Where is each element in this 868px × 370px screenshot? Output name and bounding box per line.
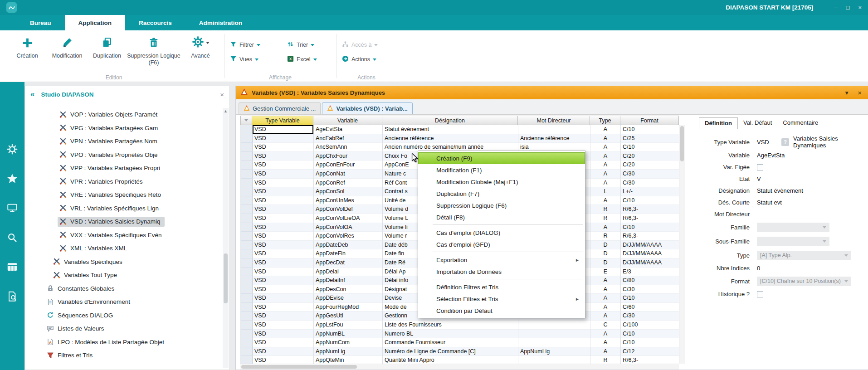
- row-selector-cell[interactable]: [241, 152, 253, 161]
- tree-scrollbar-thumb[interactable]: [224, 253, 228, 303]
- row-selector-cell[interactable]: [241, 249, 253, 258]
- checkbox[interactable]: [757, 164, 763, 170]
- context-menu-item[interactable]: Suppression Logique (F6): [418, 200, 585, 211]
- acces-a-button[interactable]: Accès à: [340, 40, 393, 50]
- row-selector-cell[interactable]: [241, 196, 253, 205]
- menu-tab[interactable]: Bureau: [16, 15, 65, 30]
- window-close-icon[interactable]: ×: [858, 89, 862, 97]
- side-strip-icon-button[interactable]: [6, 290, 19, 303]
- side-strip-icon-button[interactable]: [6, 261, 19, 273]
- row-selector-cell[interactable]: [241, 223, 253, 232]
- table-row[interactable]: VSD AppNumLig Numéro de Ligne de Command…: [241, 347, 679, 356]
- side-strip-icon-button[interactable]: [6, 202, 19, 214]
- document-tab[interactable]: Variables (VSD) : Variab...: [322, 102, 413, 114]
- tree-item[interactable]: A Variables d'Environnement: [25, 295, 221, 309]
- minimize-button[interactable]: –: [834, 5, 837, 10]
- duplication-button[interactable]: Duplication: [87, 32, 127, 73]
- column-header[interactable]: Mot Directeur: [518, 116, 590, 125]
- dropdown-field[interactable]: [757, 223, 829, 232]
- column-header[interactable]: Type Variable: [252, 116, 313, 125]
- table-row[interactable]: VSD AncFabRef Ancienne référence Ancienn…: [241, 134, 679, 143]
- tree-item[interactable]: A XML : Variables XML: [25, 242, 221, 255]
- row-selector-cell[interactable]: [241, 134, 253, 143]
- row-selector-cell[interactable]: [241, 294, 253, 303]
- row-selector-cell[interactable]: [241, 312, 253, 321]
- tree-item[interactable]: A Séquences DIALOG: [25, 309, 221, 322]
- context-menu-item[interactable]: Détail (F8): [418, 211, 585, 223]
- detail-tab[interactable]: Commentaire: [777, 117, 824, 129]
- row-selector-cell[interactable]: [241, 232, 253, 241]
- tree-item[interactable]: A VPG : Variables Partagées Gam: [25, 122, 221, 135]
- tree-item[interactable]: A VPP : Variables Partagées Propri: [25, 161, 221, 175]
- context-menu-item[interactable]: Modification Globale (Maj+F1): [418, 176, 585, 188]
- context-menu-item[interactable]: Duplication (F7): [418, 188, 585, 200]
- table-vertical-scrollbar[interactable]: [679, 125, 685, 364]
- document-tab[interactable]: Gestion Commerciale ...: [239, 102, 321, 114]
- scroll-up-icon[interactable]: ▲: [223, 108, 229, 115]
- checkbox[interactable]: [757, 291, 763, 297]
- context-menu-item[interactable]: Modification (F1): [418, 164, 585, 176]
- collapse-panel-icon[interactable]: «: [30, 90, 34, 99]
- tree-item[interactable]: A LPO : Modèles de Liste Partagée Objet: [25, 336, 221, 349]
- context-menu-item[interactable]: Création (F9): [418, 152, 585, 164]
- menu-tab[interactable]: Administration: [185, 15, 256, 30]
- table-row[interactable]: VSD AppNumBL Numero BL A C/10: [241, 330, 679, 339]
- tree-item[interactable]: A VPN : Variables Partagées Nom: [25, 135, 221, 148]
- actions-button[interactable]: Actions: [340, 54, 393, 64]
- dropdown-field[interactable]: [A] Type Alp.: [757, 251, 851, 260]
- avance-button[interactable]: Avancé: [180, 32, 220, 73]
- row-selector-cell[interactable]: [241, 356, 253, 364]
- filtrer-button[interactable]: Filtrer: [228, 40, 283, 50]
- context-menu-item[interactable]: Sélection Filtres et Tris ►: [418, 293, 585, 305]
- tree-item[interactable]: A VPO : Variables Propriétés Obje: [25, 148, 221, 162]
- row-selector-cell[interactable]: [241, 268, 253, 277]
- close-panel-icon[interactable]: ×: [220, 91, 224, 98]
- table-row[interactable]: VSD AppNumCom Commande Fournisseur A C/1…: [241, 338, 679, 347]
- row-selector-cell[interactable]: [241, 258, 253, 268]
- table-row[interactable]: VSD AppLstFou Liste des Fournisseurs C C…: [241, 321, 679, 330]
- row-selector-cell[interactable]: [241, 125, 253, 134]
- row-selector-cell[interactable]: [241, 330, 253, 339]
- row-selector-cell[interactable]: [241, 303, 253, 312]
- row-selector-cell[interactable]: [241, 187, 253, 196]
- creation-button[interactable]: Création: [7, 32, 47, 73]
- row-selector-cell[interactable]: [241, 143, 253, 152]
- row-selector-cell[interactable]: [241, 170, 253, 179]
- menu-tab[interactable]: Application: [65, 15, 126, 30]
- tree-item[interactable]: A Listes de Valeurs: [25, 322, 221, 336]
- detail-tab[interactable]: Définition: [699, 117, 738, 129]
- tree-item[interactable]: A VSD : Variables Saisies Dynamiq: [25, 215, 221, 229]
- side-strip-icon-button[interactable]: [6, 143, 19, 156]
- vues-button[interactable]: Vues: [228, 54, 283, 64]
- table-corner-header[interactable]: [240, 116, 252, 125]
- menu-tab[interactable]: Raccourcis: [125, 15, 185, 30]
- dropdown-field[interactable]: [C/10] Chaîne sur 10 Position(s): [757, 277, 851, 286]
- context-menu-item[interactable]: Cas d'emploi (GFD): [418, 239, 585, 250]
- context-menu-item[interactable]: Importation de Données: [418, 266, 585, 278]
- vertical-scrollbar-thumb[interactable]: [680, 126, 684, 161]
- suppression-logique-button[interactable]: Suppression Logique (F6): [127, 32, 180, 73]
- column-header[interactable]: Variable: [313, 116, 382, 125]
- row-selector-cell[interactable]: [241, 347, 253, 356]
- tree-scrollbar[interactable]: ▲: [223, 108, 229, 368]
- context-menu-item[interactable]: Définition Filtres et Tris: [418, 281, 585, 293]
- column-header[interactable]: Désignation: [382, 116, 518, 125]
- table-row[interactable]: VSD AgeEvtSta Statut évènement A C/10: [241, 125, 679, 134]
- tree-item[interactable]: A Filtres et Tris: [25, 349, 221, 362]
- tree-item[interactable]: A VPR : Variables Propriétés: [25, 175, 221, 189]
- row-selector-cell[interactable]: [241, 161, 253, 170]
- trier-button[interactable]: Trier: [285, 40, 332, 50]
- maximize-button[interactable]: □: [846, 5, 850, 10]
- row-selector-cell[interactable]: [241, 285, 253, 294]
- horizontal-scrollbar-thumb[interactable]: [241, 365, 357, 369]
- close-button[interactable]: ×: [858, 5, 862, 10]
- help-icon[interactable]: [781, 138, 789, 146]
- row-selector-cell[interactable]: [241, 241, 253, 250]
- column-header[interactable]: Format: [620, 116, 679, 125]
- row-selector-cell[interactable]: [241, 179, 253, 188]
- excel-button[interactable]: X Excel: [285, 54, 332, 64]
- table-horizontal-scrollbar[interactable]: [240, 364, 679, 370]
- tree-item[interactable]: A VRL : Variables Spécifiques Lign: [25, 202, 221, 215]
- tree-item[interactable]: A Constantes Globales: [25, 282, 221, 296]
- tree-item[interactable]: A VOP : Variables Objets Paramét: [25, 108, 221, 122]
